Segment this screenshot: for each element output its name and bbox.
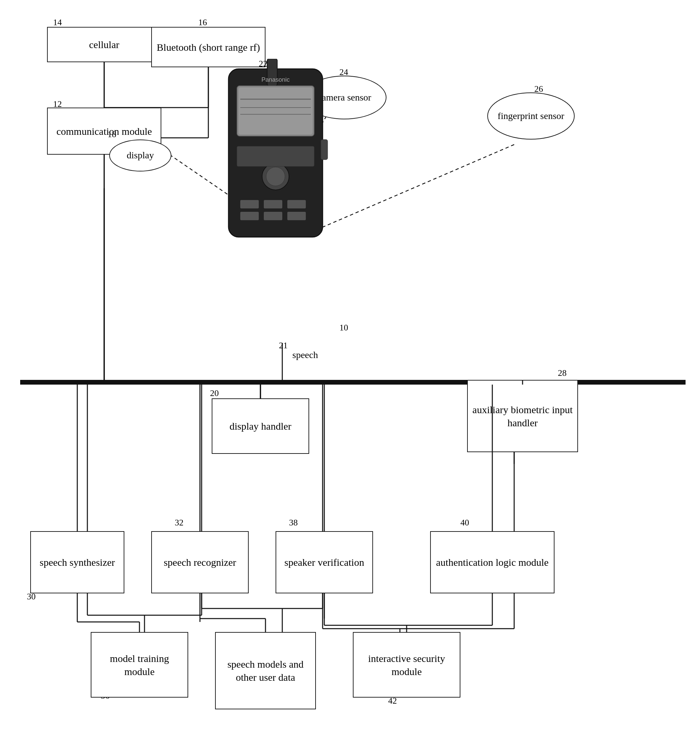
ref-22: 22 [259, 59, 267, 69]
ref-32: 32 [175, 518, 184, 528]
svg-rect-43 [240, 200, 259, 208]
svg-rect-45 [287, 200, 306, 208]
fingerprint-sensor-label: fingerprint sensor [498, 110, 564, 122]
model-training-label: model training module [96, 652, 184, 678]
cellular-label: cellular [89, 38, 119, 51]
display-handler-box: display handler [212, 398, 309, 454]
display-ellipse: display [109, 140, 172, 172]
diagram: 14 cellular 16 Bluetooth (short range rf… [0, 0, 700, 748]
speech-synthesizer-box: speech synthesizer [30, 531, 125, 593]
svg-rect-44 [264, 200, 282, 208]
aux-biometric-label: auxiliary biometric input handler [472, 403, 573, 429]
svg-rect-10 [20, 380, 686, 385]
ref-38: 38 [289, 518, 298, 528]
ref-18: 18 [108, 129, 116, 140]
phone-svg: Panasonic [208, 59, 356, 351]
ref-16: 16 [198, 17, 207, 27]
auth-logic-label: authentication logic module [436, 556, 549, 569]
speech-models-label: speech models and other user data [220, 658, 311, 684]
auth-logic-box: authentication logic module [430, 531, 554, 593]
svg-rect-49 [321, 140, 328, 160]
speech-recognizer-box: speech recognizer [151, 531, 249, 593]
speech-models-box: speech models and other user data [215, 632, 316, 709]
ref-14: 14 [53, 17, 62, 27]
display-handler-label: display handler [229, 420, 292, 433]
phone-image: Panasonic [208, 59, 356, 351]
fingerprint-sensor-ellipse: fingerprint sensor [487, 93, 575, 140]
speech-label: speech [292, 350, 318, 360]
svg-rect-47 [264, 212, 282, 220]
model-training-box: model training module [91, 632, 188, 698]
speech-synthesizer-label: speech synthesizer [39, 556, 115, 569]
display-label: display [127, 149, 154, 161]
ref-10: 10 [339, 323, 348, 333]
speech-recognizer-label: speech recognizer [164, 556, 236, 569]
svg-rect-36 [238, 87, 313, 134]
aux-biometric-box: auxiliary biometric input handler [467, 380, 578, 452]
speaker-verification-box: speaker verification [276, 531, 373, 593]
bluetooth-label: Bluetooth (short range rf) [156, 41, 260, 54]
svg-rect-46 [240, 212, 259, 220]
speaker-verification-label: speaker verification [284, 556, 364, 569]
ref-21: 21 [279, 341, 288, 351]
ref-28: 28 [558, 368, 566, 378]
svg-rect-48 [287, 212, 306, 220]
svg-point-41 [266, 167, 285, 186]
interactive-security-box: interactive security module [353, 632, 460, 698]
ref-20: 20 [210, 388, 219, 398]
svg-rect-42 [237, 146, 314, 166]
svg-text:Panasonic: Panasonic [261, 76, 290, 83]
comm-module-label: communication module [56, 125, 152, 138]
interactive-security-label: interactive security module [358, 652, 456, 678]
ref-40: 40 [460, 518, 469, 528]
cellular-box: cellular [47, 27, 161, 62]
